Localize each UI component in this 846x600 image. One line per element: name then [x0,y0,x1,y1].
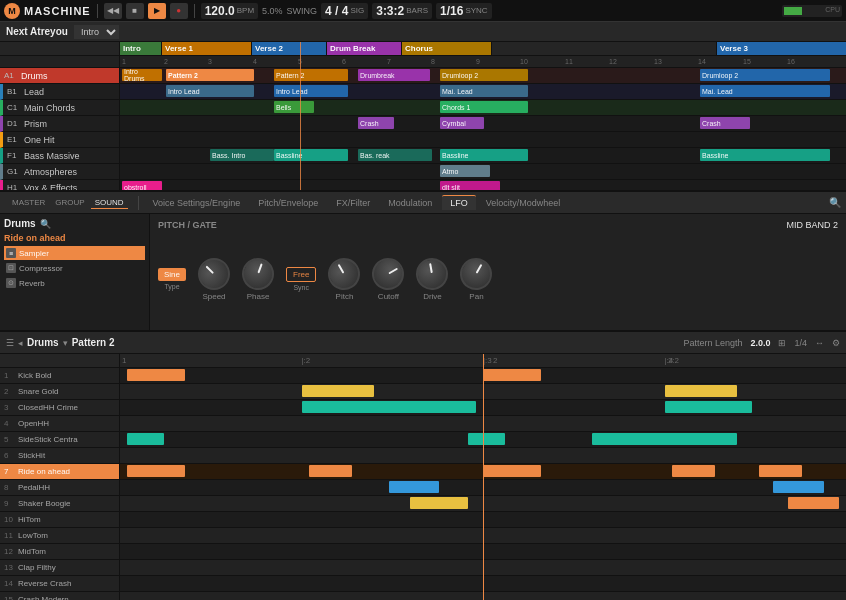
note-2-a[interactable] [302,385,375,397]
pr-key-13[interactable]: 13 Clap Filthy [0,560,119,576]
pr-key-2[interactable]: 2 Snare Gold [0,384,119,400]
pr-key-4[interactable]: 4 OpenHH [0,416,119,432]
pattern-F1-bassline3[interactable]: Bassline [700,149,830,161]
cutoff-knob[interactable] [367,252,411,296]
tab-lfo[interactable]: LFO [442,195,476,210]
play-button[interactable]: ▶ [148,3,166,19]
pr-key-15[interactable]: 15 Crash Modern [0,592,119,600]
sound-item-sampler[interactable]: ≡ Sampler [4,246,145,260]
note-3-a[interactable] [302,401,476,413]
track-row-C1[interactable]: C1 Main Chords [0,100,119,116]
note-7-a[interactable] [127,465,185,477]
pattern-F1-bassintro[interactable]: Bass. Intro [210,149,274,161]
arrangement-dropdown[interactable]: Intro [74,25,119,39]
section-chorus[interactable]: Chorus [402,42,492,55]
section-drum-break[interactable]: Drum Break [327,42,402,55]
pattern-B1-verse3lead[interactable]: Mai. Lead [700,85,830,97]
pan-knob[interactable] [455,252,499,296]
note-7-e[interactable] [759,465,803,477]
pr-more-icon[interactable]: ↔ [815,338,824,348]
phase-knob[interactable] [238,253,279,294]
pattern-F1-break[interactable]: Bas. reak [358,149,432,161]
section-intro[interactable]: Intro [120,42,162,55]
track-row-G1[interactable]: G1 Atmospheres [0,164,119,180]
search-button[interactable]: 🔍 [828,196,842,210]
pattern-C1-chords1[interactable]: Chords 1 [440,101,528,113]
note-5-c[interactable] [592,433,737,445]
group-search-icon[interactable]: 🔍 [40,219,51,229]
sound-btn[interactable]: SOUND [91,197,128,209]
rewind-button[interactable]: ◀◀ [104,3,122,19]
pattern-A1-verse3[interactable]: Drumloop 2 [700,69,830,81]
bars-display[interactable]: 3:3:2 BARS [372,3,432,19]
drive-knob[interactable] [414,255,451,292]
note-8-b[interactable] [773,481,824,493]
pattern-B1-introlead[interactable]: Intro Lead [166,85,254,97]
note-5-b[interactable] [468,433,504,445]
master-btn[interactable]: MASTER [8,197,49,208]
pr-key-1[interactable]: 1 Kick Bold [0,368,119,384]
speed-knob[interactable] [191,251,236,296]
pattern-A1-drumloop2[interactable]: Drumloop 2 [440,69,528,81]
tab-fx[interactable]: FX/Filter [328,196,378,210]
note-2-b[interactable] [665,385,738,397]
track-pattern-D1[interactable]: Crash Cymbal Crash [120,116,846,132]
tab-pitch[interactable]: Pitch/Envelope [250,196,326,210]
pattern-B1-introlead2[interactable]: Intro Lead [274,85,348,97]
record-button[interactable]: ● [170,3,188,19]
track-row-E1[interactable]: E1 One Hit [0,132,119,148]
pattern-D1-cymbal[interactable]: Cymbal [440,117,484,129]
group-btn[interactable]: GROUP [51,197,88,208]
pattern-G1-atmo[interactable]: Atmo [440,165,490,177]
pr-dropdown-icon[interactable]: ▾ [63,338,68,348]
pattern-A1-intro[interactable]: Intro Drums [122,69,162,81]
pattern-A1-p2[interactable]: Pattern 2 [166,69,254,81]
stop-button[interactable]: ■ [126,3,144,19]
note-8-a[interactable] [389,481,440,493]
pr-key-6[interactable]: 6 StickHit [0,448,119,464]
tab-vel[interactable]: Velocity/Modwheel [478,196,569,210]
note-7-d[interactable] [672,465,716,477]
track-pattern-F1[interactable]: Bass. Intro Bassline Bas. reak Bassline … [120,148,846,164]
pr-key-10[interactable]: 10 HiTom [0,512,119,528]
section-verse3[interactable]: Verse 3 [716,42,846,55]
track-row-A1[interactable]: A1 Drums [0,68,119,84]
grid-display[interactable]: 1/16 SYNC [436,3,492,19]
pattern-C1-bells[interactable]: Bells [274,101,314,113]
track-pattern-E1[interactable] [120,132,846,148]
note-3-b[interactable] [665,401,752,413]
pattern-H1-vox[interactable]: dlt slit [440,181,500,190]
tab-voice[interactable]: Voice Settings/Engine [145,196,249,210]
bpm-display[interactable]: 120.0 BPM [201,3,258,19]
pr-grid-icon[interactable]: ⊞ [778,338,786,348]
sound-item-reverb[interactable]: ⊙ Reverb [4,276,145,290]
pattern-D1-crash2[interactable]: Crash [700,117,750,129]
track-row-B1[interactable]: B1 Lead [0,84,119,100]
note-9-a[interactable] [410,497,468,509]
track-pattern-A1[interactable]: Intro Drums Pattern 2 Pattern 2 Drumbrea… [120,68,846,84]
pr-settings-icon[interactable]: ⚙ [832,338,840,348]
pitch-knob[interactable] [323,252,367,296]
free-button[interactable]: Free [286,267,316,282]
pr-key-11[interactable]: 11 LowTom [0,528,119,544]
pr-key-8[interactable]: 8 PedalHH [0,480,119,496]
note-1-a[interactable] [127,369,185,381]
track-row-D1[interactable]: D1 Prism [0,116,119,132]
track-pattern-C1[interactable]: Bells Chords 1 [120,100,846,116]
pr-key-3[interactable]: 3 ClosedHH Crime [0,400,119,416]
note-1-b[interactable] [483,369,541,381]
section-verse2[interactable]: Verse 2 [252,42,327,55]
pattern-D1-crash[interactable]: Crash [358,117,394,129]
pattern-B1-mainlead[interactable]: Mai. Lead [440,85,528,97]
track-row-F1[interactable]: F1 Bass Massive [0,148,119,164]
pr-menu-icon[interactable]: ☰ [6,338,14,348]
track-row-H1[interactable]: H1 Vox & Effects [0,180,119,190]
sound-item-compressor[interactable]: ⊡ Compressor [4,261,145,275]
pattern-F1-bassline2[interactable]: Bassline [440,149,528,161]
note-7-b[interactable] [309,465,353,477]
pr-key-14[interactable]: 14 Reverse Crash [0,576,119,592]
pr-key-9[interactable]: 9 Shaker Boogie [0,496,119,512]
pr-key-5[interactable]: 5 SideStick Centra [0,432,119,448]
pr-grid-area[interactable]: 1 |:2 |:3 |:4 2 2:2 [120,354,846,600]
track-pattern-G1[interactable]: Atmo [120,164,846,180]
